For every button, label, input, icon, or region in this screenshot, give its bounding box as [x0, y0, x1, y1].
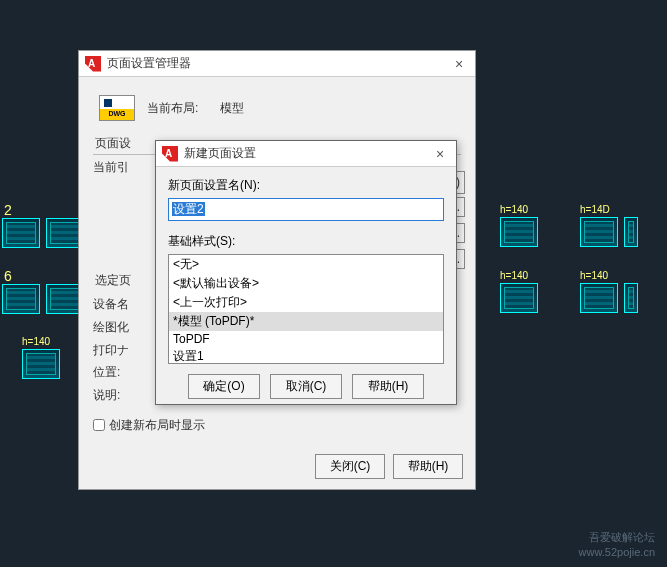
current-layout-label: 当前布局: [147, 100, 198, 117]
meta-plotter-label: 绘图化 [93, 316, 153, 339]
list-item[interactable]: ToPDF [169, 331, 443, 347]
list-item[interactable]: <默认输出设备> [169, 274, 443, 293]
show-on-new-layout-checkbox[interactable] [93, 419, 105, 431]
thumb [580, 217, 618, 247]
ok-button[interactable]: 确定(O) [188, 374, 260, 399]
height-label: h=140 [580, 270, 640, 281]
thumb [624, 283, 638, 313]
autocad-icon [85, 56, 101, 72]
title-bar: 新建页面设置 × [156, 141, 456, 167]
meta-print-label: 打印ナ [93, 339, 153, 362]
new-page-setup-dialog: 新建页面设置 × 新页面设置名(N): 设置2 基础样式(S): <无> <默认… [155, 140, 457, 405]
help-button[interactable]: 帮助(H) [352, 374, 424, 399]
group-number-2: 2 [4, 202, 12, 218]
dialog-title: 页面设置管理器 [107, 55, 449, 72]
cancel-button[interactable]: 取消(C) [270, 374, 342, 399]
close-icon[interactable]: × [430, 146, 450, 162]
dialog-title: 新建页面设置 [184, 145, 430, 162]
thumb [2, 284, 40, 314]
title-bar: 页面设置管理器 × [79, 51, 475, 77]
thumb [22, 349, 60, 379]
height-label: h=140 [500, 270, 540, 281]
list-item[interactable]: <无> [169, 255, 443, 274]
list-item[interactable]: <上一次打印> [169, 293, 443, 312]
selected-setup-group-label: 选定页 [95, 273, 131, 287]
new-name-label: 新页面设置名(N): [168, 177, 444, 194]
thumb [500, 283, 538, 313]
height-label: h=140 [22, 336, 62, 347]
show-on-new-layout-label: 创建新布局时显示 [109, 417, 205, 434]
base-style-list[interactable]: <无> <默认输出设备> <上一次打印> *模型 (ToPDF)* ToPDF … [168, 254, 444, 364]
meta-position-label: 位置: [93, 361, 153, 384]
autocad-icon [162, 146, 178, 162]
current-layout-value: 模型 [220, 100, 244, 117]
close-icon[interactable]: × [449, 56, 469, 72]
dwg-icon: DWG [99, 95, 135, 121]
list-item[interactable]: 设置1 [169, 347, 443, 364]
height-label: h=14D [580, 204, 640, 215]
thumb [624, 217, 638, 247]
help-button[interactable]: 帮助(H) [393, 454, 463, 479]
thumb [2, 218, 40, 248]
group-number-6: 6 [4, 268, 12, 284]
list-item[interactable]: *模型 (ToPDF)* [169, 312, 443, 331]
current-setup-label: 当前引 [93, 160, 129, 174]
base-style-label: 基础样式(S): [168, 233, 444, 250]
thumb [500, 217, 538, 247]
height-label: h=140 [500, 204, 540, 215]
watermark: 吾爱破解论坛 www.52pojie.cn [579, 530, 655, 559]
thumb [580, 283, 618, 313]
meta-device-label: 设备名 [93, 293, 153, 316]
new-name-input[interactable]: 设置2 [168, 198, 444, 221]
page-setup-group-label: 页面设 [95, 136, 131, 150]
close-button[interactable]: 关闭(C) [315, 454, 385, 479]
meta-desc-label: 说明: [93, 384, 153, 407]
